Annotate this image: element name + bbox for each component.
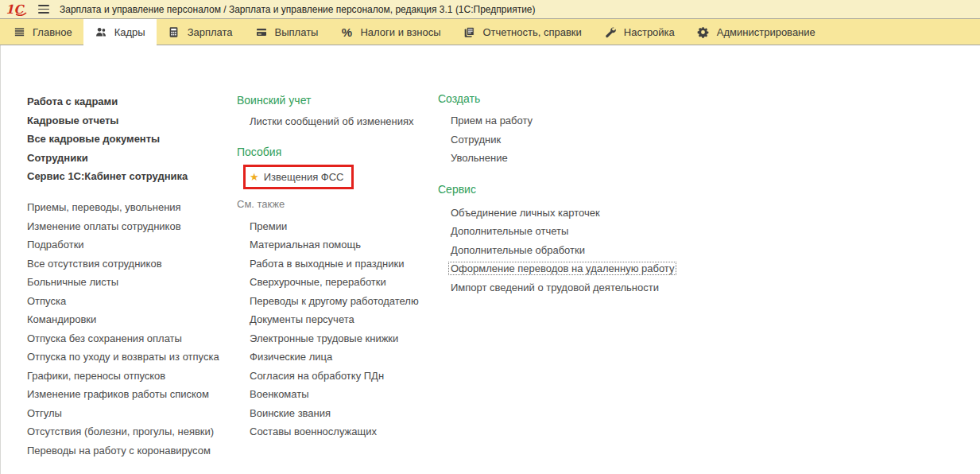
tab-label: Налоги и взносы	[360, 26, 440, 38]
middle-menu-item[interactable]: Воинские звания	[250, 404, 436, 423]
tab-otchetnost[interactable]: Отчетность, справки	[452, 19, 593, 45]
tab-nalogi[interactable]: % Налоги и взносы	[329, 19, 451, 45]
main-menu-icon[interactable]	[38, 5, 49, 13]
favorite-star-icon[interactable]: ★	[250, 172, 259, 182]
left-menu-item[interactable]: Изменение оплаты сотрудников	[27, 217, 234, 236]
service-menu-item[interactable]: Дополнительные отчеты	[451, 222, 708, 241]
middle-menu-item[interactable]: Электронные трудовые книжки	[250, 329, 436, 348]
left-menu-item[interactable]: Приемы, переводы, увольнения	[27, 198, 234, 217]
middle-menu-item[interactable]: Сверхурочные, переработки	[250, 273, 436, 292]
middle-menu-item[interactable]: Переводы к другому работодателю	[250, 292, 436, 311]
tab-zarplata[interactable]: Зарплата	[157, 19, 244, 45]
highlighted-row: ★ Извещения ФСС	[237, 165, 436, 189]
service-menu-item[interactable]: Импорт сведений о трудовой деятельности	[451, 278, 708, 297]
left-menu-item[interactable]: Все отсутствия сотрудников	[27, 254, 234, 274]
service-menu-item-focused[interactable]: Оформление переводов на удаленную работу	[451, 259, 708, 278]
left-menu-item[interactable]: Сотрудники	[27, 149, 234, 168]
tab-label: Кадры	[114, 26, 145, 38]
tab-label: Настройка	[624, 26, 675, 38]
service-menu-item[interactable]: Объединение личных карточек	[451, 204, 708, 223]
middle-menu-item[interactable]: Документы персучета	[250, 310, 436, 329]
left-menu-column: Работа с кадрамиКадровые отчетыВсе кадро…	[27, 92, 234, 460]
create-menu-item[interactable]: Прием на работу	[451, 111, 708, 130]
left-menu-item[interactable]: Командировки	[27, 310, 234, 329]
tab-label: Отчетность, справки	[483, 26, 582, 38]
wrench-icon	[604, 25, 617, 38]
left-menu-item[interactable]: Отгулы	[27, 404, 234, 423]
see-also-group: ПремииМатериальная помощьРабота в выходн…	[237, 217, 436, 441]
left-menu-item[interactable]: Графики, переносы отпусков	[27, 367, 234, 386]
left-menu-item[interactable]: Кадровые отчеты	[27, 111, 234, 130]
tab-label: Администрирование	[717, 26, 815, 38]
service-menu-item[interactable]: Дополнительные обработки	[451, 241, 708, 260]
service-section-header: Сервис	[438, 181, 708, 197]
left-menu-item[interactable]: Изменение графиков работы списком	[27, 385, 234, 404]
gear-icon	[697, 25, 710, 38]
left-plain-group: Приемы, переводы, увольненияИзменение оп…	[27, 198, 234, 460]
middle-menu-item[interactable]: Военкоматы	[250, 385, 436, 404]
left-menu-item[interactable]: Все кадровые документы	[27, 130, 234, 149]
kadry-section-menu: Работа с кадрамиКадровые отчетыВсе кадро…	[0, 45, 980, 474]
create-section-header: Создать	[438, 91, 708, 107]
see-also-header: См. также	[237, 196, 436, 212]
tab-glavnoe[interactable]: Главное	[2, 19, 83, 45]
calculator-icon	[168, 25, 180, 38]
create-group: Прием на работуСотрудникУвольнение	[438, 111, 708, 168]
left-menu-item[interactable]: Подработки	[27, 235, 234, 254]
left-menu-item[interactable]: Отпуска без сохранения оплаты	[27, 329, 234, 348]
tab-label: Главное	[33, 26, 72, 38]
right-menu-column: Создать Прием на работуСотрудникУвольнен…	[438, 91, 708, 297]
tab-vyplaty[interactable]: Выплаты	[244, 19, 330, 45]
middle-menu-column: Воинский учет Листки сообщений об измене…	[237, 92, 436, 441]
title-bar: 1С Зарплата и управление персоналом / За…	[0, 0, 980, 19]
service-group: Объединение личных карточек Дополнительн…	[438, 204, 708, 297]
people-icon	[95, 25, 107, 38]
left-menu-item[interactable]: Работа с кадрами	[27, 92, 234, 111]
window-title: Зарплата и управление персоналом / Зарпл…	[60, 4, 536, 15]
create-menu-item[interactable]: Увольнение	[451, 149, 708, 168]
middle-menu-item[interactable]: Материальная помощь	[250, 235, 436, 254]
military-section-header: Воинский учет	[237, 92, 436, 108]
menu-item-izveshcheniya-fss[interactable]: Извещения ФСС	[264, 171, 344, 183]
middle-menu-item[interactable]: Премии	[250, 217, 436, 236]
create-menu-item[interactable]: Сотрудник	[451, 130, 708, 150]
svg-text:1С: 1С	[6, 2, 25, 16]
middle-menu-item[interactable]: Составы военнослужащих	[250, 422, 436, 441]
tab-label: Зарплата	[188, 26, 233, 38]
middle-menu-item[interactable]: Физические лица	[250, 348, 436, 367]
1c-logo-icon: 1С	[6, 2, 28, 16]
left-bold-group: Работа с кадрамиКадровые отчетыВсе кадро…	[27, 92, 234, 186]
left-menu-item[interactable]: Отпуска по уходу и возвраты из отпуска	[27, 348, 234, 367]
tab-nastroyka[interactable]: Настройка	[593, 19, 686, 45]
middle-menu-item[interactable]: Работа в выходные и праздники	[250, 254, 436, 274]
red-highlight-box: ★ Извещения ФСС	[243, 165, 354, 189]
tab-label: Выплаты	[275, 26, 319, 38]
benefits-section-header: Пособия	[237, 144, 436, 160]
percent-icon: %	[340, 25, 353, 38]
section-tab-bar: Главное Кадры	[0, 19, 980, 45]
tab-kadry[interactable]: Кадры	[83, 19, 157, 45]
left-menu-item[interactable]: Больничные листы	[27, 273, 234, 292]
report-icon	[463, 25, 476, 38]
left-menu-item[interactable]: Отпуска	[27, 292, 234, 311]
menu-list-icon	[13, 25, 25, 38]
app-window: 1С Зарплата и управление персоналом / За…	[0, 0, 980, 474]
left-menu-item[interactable]: Отсутствия (болезни, прогулы, неявки)	[27, 422, 234, 441]
menu-item-listki-soobshcheniy[interactable]: Листки сообщений об изменениях	[237, 112, 436, 131]
left-menu-item[interactable]: Переводы на работу с коронавирусом	[27, 441, 234, 460]
tab-administrirovanie[interactable]: Администрирование	[686, 19, 827, 45]
card-icon	[255, 25, 268, 38]
middle-menu-item[interactable]: Согласия на обработку ПДн	[250, 367, 436, 386]
left-menu-item[interactable]: Сервис 1С:Кабинет сотрудника	[27, 167, 234, 186]
